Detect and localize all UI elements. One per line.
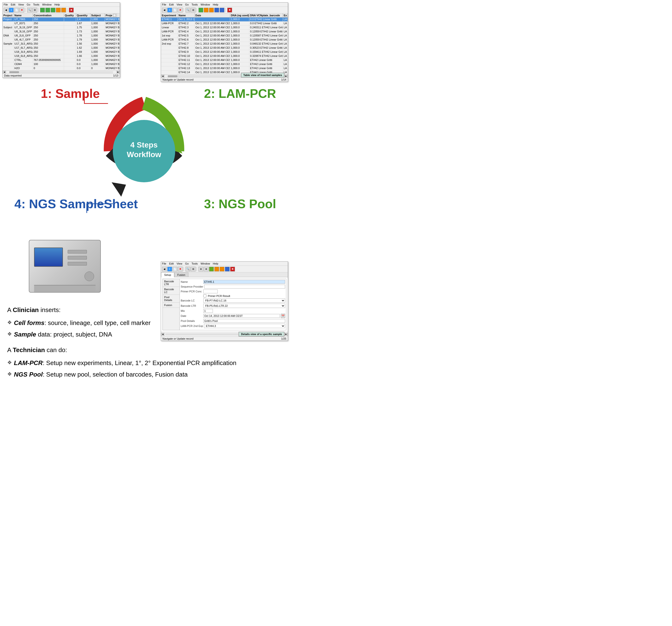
nav-fusion[interactable]: Fusion [163,303,179,308]
new-btn[interactable]: 📄 [172,267,177,272]
menu-help[interactable]: Help [54,3,60,6]
table-row[interactable]: ET#42.1 Oct 1, 2013 12:00:00 AM CEST 1,0… [161,18,288,22]
menu-file[interactable]: File [4,3,8,6]
field-input-pool-details[interactable] [203,319,285,323]
table-row[interactable]: Project UT_7865 250 1.4 1,000 MONKEY BRA… [3,18,120,22]
field-input-seq-provider[interactable] [204,285,285,289]
info-btn[interactable]: i [9,8,14,12]
field-input-date[interactable] [203,314,280,318]
green1-btn[interactable] [198,8,203,12]
menu-go[interactable]: Go [27,3,30,6]
search-btn[interactable]: 🔍 [186,8,190,12]
filter-btn[interactable]: ⊞ [191,8,196,12]
nav2-btn[interactable]: ⊕ [204,267,209,272]
scroll-right-arrow[interactable]: ▶ [284,333,288,336]
orange2-btn[interactable] [61,8,66,12]
field-input-mix[interactable] [203,309,213,313]
menu-go[interactable]: Go [185,262,189,265]
menu-tools[interactable]: Tools [192,262,198,265]
table-row[interactable]: UT_8371 250 1.67 1,000 MONKEY BRAIN LV T… [3,22,120,26]
table-row[interactable]: ET#42.12 Oct 1, 2013 12:00:00 AM CEST 1,… [161,62,288,67]
red-btn[interactable]: ✖ [227,8,232,12]
nav4-btn[interactable] [214,267,219,272]
nav5-btn[interactable] [220,267,224,272]
scroll-thumb[interactable] [168,75,177,77]
table-row[interactable]: H2O 0 0.0 0 MONKEY BRAIN LV TREATED 1...… [3,67,120,71]
select-lam-pcr[interactable]: ET#44.3 [204,324,285,328]
menu-view[interactable]: View [177,3,183,6]
table-row[interactable]: 1st exp ET#42.5 Oct 1, 2013 12:00:00 AM … [161,34,288,38]
menu-go[interactable]: Go [185,3,189,6]
green2-btn[interactable] [45,8,50,12]
table-row[interactable]: U18_6L8_ARSA 250 1.66 1,000 MONKEY BRAIN… [3,54,120,58]
menu-tools[interactable]: Tools [192,3,198,6]
table-row[interactable]: Linear ET#42.3 Oct 1, 2013 12:00:00 AM C… [161,26,288,30]
green3-btn[interactable] [51,8,55,12]
search-btn[interactable]: 🔍 [27,8,32,12]
menu-file[interactable]: File [162,3,166,6]
select-barcode-ltr[interactable]: FB-P5-Rd1-LTR.22 [203,304,285,308]
table-row[interactable]: LAM-PCR ET#42.2 Oct 1, 2013 12:00:00 AM … [161,22,288,26]
table-row[interactable]: 2nd exp ET#42.7 Oct 1, 2013 12:00:00 AM … [161,42,288,46]
table-row[interactable]: ET#42.13 Oct 1, 2013 12:00:00 AM CEST 1,… [161,67,288,71]
menu-window[interactable]: Window [201,262,210,265]
table-row[interactable]: U18_3L9_ARSA 250 1.69 1,000 MONKEY BRAIN… [3,50,120,54]
menu-tools[interactable]: Tools [33,3,39,6]
table-row[interactable]: Subject U7_3L19_GFP 250 1.75 1,000 MONKE… [3,26,120,30]
menu-help[interactable]: Help [213,262,218,265]
scroll-track[interactable] [9,71,113,73]
table-row[interactable]: ET#42.8 Oct 1, 2013 12:00:00 AM CEST 1,0… [161,46,288,50]
hscrollbar-left[interactable]: ◀ ▶ [3,71,120,73]
checkbox-primer-result[interactable] [203,294,207,297]
hscrollbar-right[interactable]: ◀ Table view of inserted samples ▶ [161,75,288,77]
orange2-btn[interactable] [209,8,214,12]
delete-btn[interactable]: ✖ [178,8,183,12]
tab-fusion[interactable]: Fusion [174,273,188,277]
menu-file[interactable]: File [162,262,166,265]
menu-help[interactable]: Help [213,3,218,6]
table-row[interactable]: CEM4 100 0.0 1,000 MONKEY BRAIN LV TREAT… [3,62,120,67]
nav-barcode-ltr[interactable]: Barcode LTR [163,279,179,287]
nav-barcode-lc[interactable]: Barcode LC [163,287,179,295]
filter-btn[interactable]: ⊞ [32,8,37,12]
new-btn[interactable]: 📄 [14,8,19,12]
table-row[interactable]: U17_6L7_ARSA 250 1.62 1,000 MONKEY BRAIN… [3,46,120,50]
tab-setup[interactable]: Setup [161,273,174,277]
table-row[interactable]: DNA U8_2L8_GFP 250 1.78 1,000 MONKEY BRA… [3,34,120,38]
table-row[interactable]: ET#42.10 Oct 1, 2013 12:00:00 AM CEST 1,… [161,54,288,58]
table-row[interactable]: U8_3L16_GFP 250 1.73 1,000 MONKEY BRAIN … [3,30,120,34]
date-picker-btn[interactable]: 📅 [281,314,285,318]
scroll-thumb[interactable] [9,71,19,73]
orange1-btn[interactable] [56,8,61,12]
menu-view[interactable]: View [177,262,183,265]
menu-view[interactable]: View [18,3,24,6]
delete-btn[interactable]: ✖ [178,267,183,272]
field-input-primer-conc[interactable] [203,290,218,293]
menu-edit[interactable]: Edit [169,3,174,6]
delete-btn[interactable]: ✖ [20,8,24,12]
menu-edit[interactable]: Edit [169,262,174,265]
orange1-btn[interactable] [204,8,209,12]
nav7-btn[interactable]: ✖ [230,267,235,272]
info-btn[interactable]: i [167,8,172,12]
table-row[interactable]: U8_4L7_GFP 250 1.79 1,000 MONKEY BRAIN L… [3,38,120,42]
back-btn[interactable]: ◀ [4,8,8,12]
menu-edit[interactable]: Edit [11,3,15,6]
select-barcode-lc[interactable]: FB-P7-Rd2-LC.16 [203,298,285,303]
scroll-left-arrow[interactable]: ◀ [3,71,6,74]
nav-pool-details[interactable]: Pool Details [163,295,179,303]
nav6-btn[interactable] [225,267,230,272]
blue1-btn[interactable] [214,8,219,12]
table-row[interactable]: LAM-PCR ET#42.4 Oct 1, 2013 12:00:00 AM … [161,30,288,34]
menu-window[interactable]: Window [42,3,52,6]
menu-window[interactable]: Window [201,3,210,6]
scroll-right-arrow[interactable]: ▶ [284,75,288,78]
new-btn[interactable]: 📄 [172,8,177,12]
nav1-btn[interactable]: ⊕ [198,267,203,272]
nav3-btn[interactable] [209,267,214,272]
back-btn[interactable]: ◀ [162,8,167,12]
scroll-left-arrow[interactable]: ◀ [161,333,164,336]
info-btn[interactable]: i [167,267,172,272]
blue2-btn[interactable] [220,8,224,12]
table-row[interactable]: CTRL- 767.059999999999995 0.0 1,000 MONK… [3,58,120,62]
